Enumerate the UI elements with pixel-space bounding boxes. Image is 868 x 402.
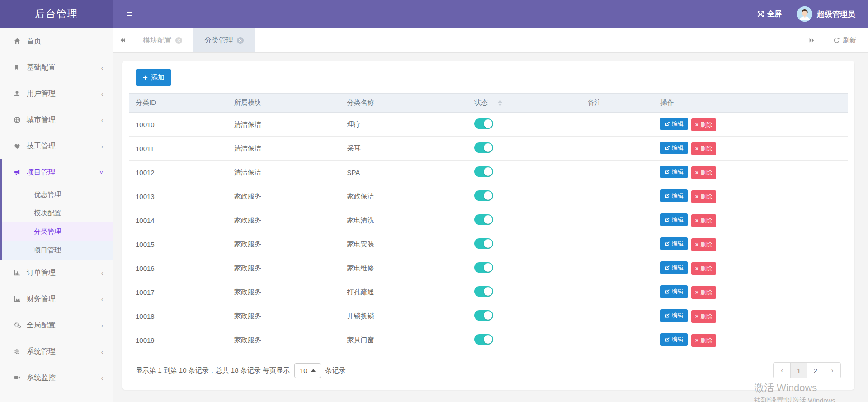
sidebar-item-city-management[interactable]: 城市管理 ‹	[0, 107, 113, 133]
refresh-label: 刷新	[843, 36, 856, 45]
delete-button[interactable]: ×删除	[691, 286, 717, 299]
status-toggle[interactable]	[474, 190, 493, 201]
edit-icon	[665, 313, 670, 318]
fullscreen-button[interactable]: 全屏	[757, 9, 782, 19]
cell-id: 10016	[129, 256, 227, 280]
sidebar-item-label: 首页	[27, 37, 41, 46]
sidebar-subitem-label: 项目管理	[34, 246, 61, 255]
tab-bar: 模块配置 ✕ 分类管理 ✕ 刷新	[113, 28, 868, 53]
page-size-select[interactable]: 10	[294, 363, 321, 378]
add-button[interactable]: 添加	[136, 69, 171, 86]
status-toggle[interactable]	[474, 238, 493, 249]
table-row: 10017 家政服务 打孔疏通 编辑×删除	[129, 280, 848, 304]
table-row: 10019 家政服务 家具门窗 编辑×删除	[129, 328, 848, 352]
edit-icon	[665, 265, 670, 270]
delete-button[interactable]: ×删除	[691, 262, 717, 275]
status-toggle[interactable]	[474, 334, 493, 345]
edit-icon	[665, 193, 670, 199]
refresh-button[interactable]: 刷新	[821, 28, 868, 52]
cell-remark	[581, 113, 654, 137]
status-toggle[interactable]	[474, 286, 493, 297]
edit-button[interactable]: 编辑	[660, 333, 688, 346]
close-icon[interactable]: ✕	[175, 37, 182, 44]
sidebar-item-label: 财务管理	[27, 294, 56, 304]
user-menu[interactable]: 超级管理员	[797, 6, 855, 22]
cell-id: 10015	[129, 232, 227, 256]
sidebar-item-label: 技工管理	[27, 142, 56, 151]
status-toggle[interactable]	[474, 118, 493, 129]
sidebar-item-user-management[interactable]: 用户管理 ‹	[0, 80, 113, 107]
sidebar-item-label: 系统管理	[27, 347, 56, 356]
sidebar-item-basic-config[interactable]: 基础配置 ‹	[0, 54, 113, 80]
status-toggle[interactable]	[474, 142, 493, 153]
cell-id: 10011	[129, 137, 227, 161]
home-icon	[14, 38, 22, 45]
user-name: 超级管理员	[817, 9, 855, 19]
sidebar-item-finance-management[interactable]: 财务管理 ‹	[0, 286, 113, 312]
sidebar-toggle-icon[interactable]	[126, 10, 134, 18]
delete-button[interactable]: ×删除	[691, 190, 717, 203]
tab-module-config[interactable]: 模块配置 ✕	[132, 28, 193, 52]
sidebar-subitem-project-management[interactable]: 项目管理	[2, 241, 113, 260]
sidebar-subitem-category-management[interactable]: 分类管理	[2, 222, 113, 241]
x-icon: ×	[695, 218, 699, 223]
next-page-button[interactable]: ›	[824, 363, 840, 378]
column-header-remark: 备注	[581, 94, 654, 113]
delete-button[interactable]: ×删除	[691, 238, 717, 251]
sidebar-item-order-management[interactable]: 订单管理 ‹	[0, 260, 113, 286]
status-toggle[interactable]	[474, 214, 493, 225]
delete-button[interactable]: ×删除	[691, 310, 717, 323]
cell-name: 家电安装	[340, 232, 467, 256]
sidebar-item-label: 基础配置	[27, 63, 56, 72]
top-header: 后台管理 全屏	[0, 0, 868, 28]
tab-label: 分类管理	[204, 36, 233, 45]
cogs-icon	[14, 322, 22, 329]
tab-category-management[interactable]: 分类管理 ✕	[193, 28, 255, 52]
status-toggle[interactable]	[474, 166, 493, 177]
x-icon: ×	[695, 265, 699, 271]
close-icon[interactable]: ✕	[237, 37, 244, 44]
delete-button[interactable]: ×删除	[691, 118, 717, 131]
status-toggle[interactable]	[474, 262, 493, 273]
sidebar-item-project-management[interactable]: 项目管理 ˅	[2, 159, 113, 185]
tabs-scroll-left-button[interactable]	[113, 28, 132, 52]
edit-button[interactable]: 编辑	[660, 285, 688, 298]
edit-button[interactable]: 编辑	[660, 118, 688, 130]
fullscreen-label: 全屏	[767, 9, 782, 19]
edit-button[interactable]: 编辑	[660, 309, 688, 322]
sidebar-item-system-monitor[interactable]: 系统监控 ‹	[0, 364, 113, 391]
delete-button[interactable]: ×删除	[691, 334, 717, 347]
cell-name: 家电维修	[340, 256, 467, 280]
header-bar: 全屏 超级管理员	[113, 0, 868, 28]
cell-id: 10010	[129, 113, 227, 137]
prev-page-button[interactable]: ‹	[774, 363, 790, 378]
tabs-scroll-right-button[interactable]	[802, 37, 821, 43]
sidebar-item-home[interactable]: 首页	[0, 28, 113, 54]
sidebar-subitem-coupon-management[interactable]: 优惠管理	[2, 185, 113, 204]
page-button-1[interactable]: 1	[790, 363, 807, 378]
sidebar-subitem-module-config[interactable]: 模块配置	[2, 204, 113, 222]
edit-button[interactable]: 编辑	[660, 142, 688, 154]
edit-button[interactable]: 编辑	[660, 166, 688, 178]
sidebar-item-global-config[interactable]: 全局配置 ‹	[0, 312, 113, 338]
x-icon: ×	[695, 170, 699, 175]
cell-name: 家具门窗	[340, 328, 467, 352]
sort-icon[interactable]	[498, 100, 502, 106]
sidebar-item-technician-management[interactable]: 技工管理 ‹	[0, 133, 113, 159]
sidebar-item-system-management[interactable]: 系统管理 ‹	[0, 338, 113, 364]
status-toggle[interactable]	[474, 310, 493, 321]
edit-button[interactable]: 编辑	[660, 189, 688, 202]
page-button-2[interactable]: 2	[807, 363, 824, 378]
delete-button[interactable]: ×删除	[691, 142, 717, 155]
edit-button[interactable]: 编辑	[660, 213, 688, 226]
edit-icon	[665, 145, 670, 151]
table-row: 10016 家政服务 家电维修 编辑×删除	[129, 256, 848, 280]
column-header-name: 分类名称	[340, 94, 467, 113]
edit-button[interactable]: 编辑	[660, 237, 688, 250]
delete-button[interactable]: ×删除	[691, 166, 717, 179]
delete-button[interactable]: ×删除	[691, 214, 717, 227]
edit-button[interactable]: 编辑	[660, 261, 688, 274]
sidebar-subitem-label: 模块配置	[34, 209, 61, 218]
edit-icon	[665, 241, 670, 246]
sidebar-item-label: 城市管理	[27, 115, 56, 125]
